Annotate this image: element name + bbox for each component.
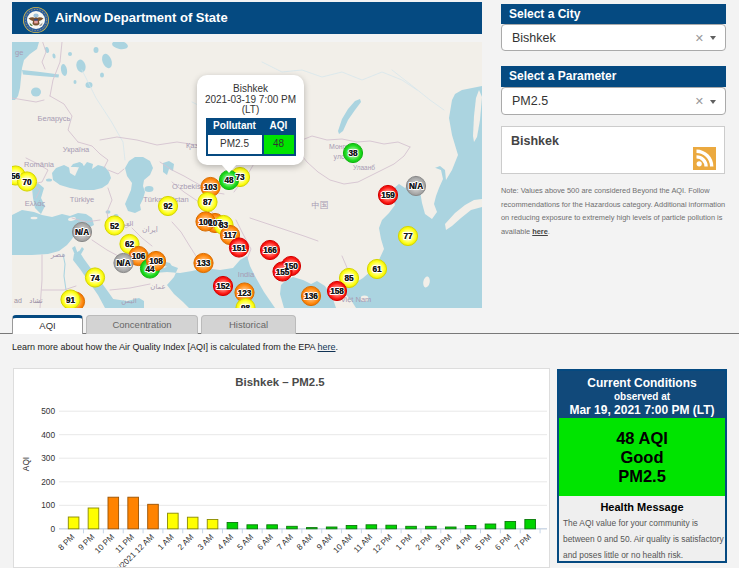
svg-text:73: 73 bbox=[235, 173, 245, 182]
svg-text:300: 300 bbox=[41, 453, 55, 463]
svg-text:92: 92 bbox=[163, 202, 173, 211]
svg-text:عمان: عمان bbox=[150, 283, 166, 290]
svg-text:83: 83 bbox=[219, 221, 229, 230]
svg-text:Беларусь: Беларусь bbox=[38, 114, 71, 123]
svg-text:38: 38 bbox=[348, 149, 358, 158]
svg-text:56: 56 bbox=[12, 172, 20, 181]
svg-text:103: 103 bbox=[204, 183, 218, 192]
svg-text:4 PM: 4 PM bbox=[454, 532, 474, 552]
svg-text:400: 400 bbox=[41, 430, 55, 440]
svg-text:8 AM: 8 AM bbox=[295, 532, 315, 552]
svg-text:0: 0 bbox=[50, 524, 55, 534]
svg-text:500: 500 bbox=[41, 406, 55, 416]
svg-text:6 PM: 6 PM bbox=[493, 532, 513, 552]
svg-text:87: 87 bbox=[203, 198, 213, 207]
svg-text:2 AM: 2 AM bbox=[176, 532, 196, 552]
svg-text:151: 151 bbox=[232, 244, 246, 253]
svg-text:3 AM: 3 AM bbox=[196, 532, 216, 552]
svg-text:155: 155 bbox=[276, 268, 290, 277]
svg-text:Улаанб: Улаанб bbox=[353, 164, 375, 171]
svg-text:159: 159 bbox=[381, 191, 395, 200]
svg-text:62: 62 bbox=[125, 240, 135, 249]
svg-text:ايران: ايران bbox=[142, 225, 158, 234]
svg-text:98: 98 bbox=[241, 304, 251, 308]
svg-text:61: 61 bbox=[372, 265, 382, 274]
svg-text:7 AM: 7 AM bbox=[275, 532, 295, 552]
svg-text:Bishkek – PM2.5: Bishkek – PM2.5 bbox=[235, 376, 325, 388]
svg-text:10 PM: 10 PM bbox=[93, 532, 116, 555]
svg-text:România: România bbox=[24, 160, 55, 169]
svg-text:10 AM: 10 AM bbox=[332, 532, 355, 555]
svg-text:166: 166 bbox=[263, 246, 277, 255]
svg-text:4 AM: 4 AM bbox=[216, 532, 236, 552]
svg-text:100: 100 bbox=[199, 218, 213, 227]
svg-text:8 PM: 8 PM bbox=[57, 532, 77, 552]
svg-text:تشاد: تشاد bbox=[29, 297, 42, 304]
svg-text:123: 123 bbox=[238, 289, 252, 298]
svg-text:1 PM: 1 PM bbox=[394, 532, 414, 552]
svg-text:52: 52 bbox=[110, 222, 120, 231]
svg-text:6 AM: 6 AM bbox=[255, 532, 275, 552]
svg-text:Türkiye: Türkiye bbox=[70, 195, 95, 204]
svg-text:106: 106 bbox=[132, 252, 146, 261]
svg-text:Україна: Україна bbox=[63, 145, 90, 154]
svg-text:اليمن: اليمن bbox=[121, 297, 137, 305]
svg-text:5 PM: 5 PM bbox=[474, 532, 494, 552]
svg-text:3 PM: 3 PM bbox=[434, 532, 454, 552]
svg-text:117: 117 bbox=[223, 231, 237, 240]
svg-text:AQI: AQI bbox=[21, 457, 31, 471]
svg-text:133: 133 bbox=[197, 259, 211, 268]
svg-text:India: India bbox=[238, 270, 255, 279]
svg-text:2 PM: 2 PM bbox=[414, 532, 434, 552]
svg-text:77: 77 bbox=[403, 232, 413, 241]
svg-text:Ελλάς: Ελλάς bbox=[25, 199, 46, 208]
svg-text:91: 91 bbox=[66, 296, 76, 305]
svg-text:ge: ge bbox=[15, 48, 23, 57]
svg-text:1 AM: 1 AM bbox=[156, 532, 176, 552]
svg-text:中国: 中国 bbox=[312, 200, 329, 210]
svg-text:12 PM: 12 PM bbox=[371, 532, 394, 555]
svg-text:N/A: N/A bbox=[409, 182, 423, 191]
svg-text:5 AM: 5 AM bbox=[236, 532, 256, 552]
svg-text:74: 74 bbox=[90, 274, 100, 283]
svg-text:70: 70 bbox=[22, 178, 32, 187]
svg-text:108: 108 bbox=[149, 257, 163, 266]
svg-text:200: 200 bbox=[41, 477, 55, 487]
svg-text:N/A: N/A bbox=[75, 228, 89, 237]
svg-text:ad: ad bbox=[14, 297, 22, 304]
svg-text:152: 152 bbox=[216, 282, 230, 291]
svg-text:N/A: N/A bbox=[116, 259, 130, 268]
svg-text:11 AM: 11 AM bbox=[352, 532, 374, 554]
svg-text:85: 85 bbox=[344, 274, 354, 283]
svg-text:7 PM: 7 PM bbox=[513, 532, 533, 552]
svg-text:158: 158 bbox=[330, 287, 344, 296]
svg-text:مصر: مصر bbox=[50, 250, 66, 259]
svg-text:136: 136 bbox=[304, 292, 318, 301]
svg-text:48: 48 bbox=[224, 176, 234, 185]
svg-text:100: 100 bbox=[41, 500, 55, 510]
